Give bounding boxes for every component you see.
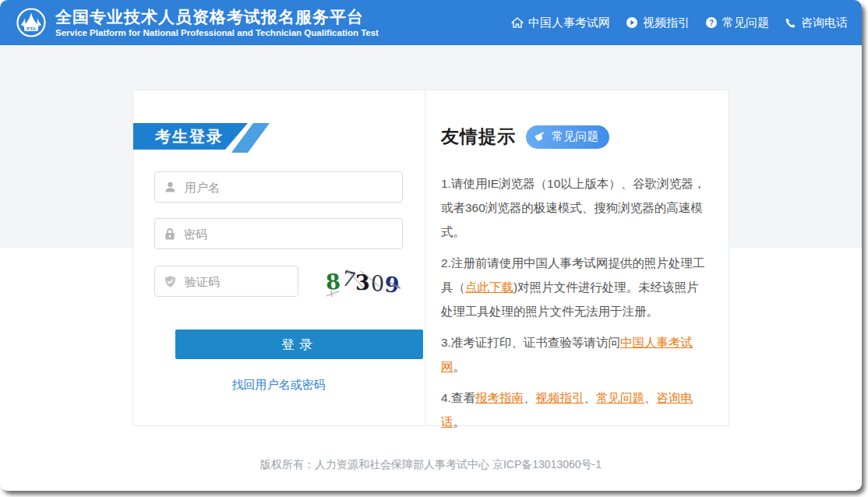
- pointing-hand-icon: ☛: [532, 128, 549, 145]
- shield-check-icon: [164, 275, 177, 288]
- nav-label: 视频指引: [643, 16, 690, 30]
- svg-text:PTA: PTA: [26, 26, 36, 31]
- login-panel: 考生登录: [133, 90, 425, 425]
- tip-text: 、: [584, 391, 596, 404]
- captcha-digit: 0: [371, 272, 385, 296]
- login-card: 考生登录: [132, 90, 729, 426]
- login-button[interactable]: 登录: [175, 330, 423, 359]
- tip-item-2: 2.注册前请使用中国人事考试网提供的照片处理工具（点此下载)对照片文件进行处理。…: [441, 251, 709, 323]
- tip-text: 。: [453, 415, 466, 428]
- phone-icon: [785, 17, 796, 29]
- app-window: PTA 全国专业技术人员资格考试报名服务平台 Service Platform …: [0, 0, 862, 491]
- main-area: 考生登录: [0, 45, 862, 491]
- captcha-digits: 8 7 3 0 9: [326, 270, 400, 294]
- login-panel-title: 考生登录: [155, 123, 224, 150]
- tip-text: 。: [453, 360, 466, 373]
- nav-hotline[interactable]: 咨询电话: [785, 16, 848, 30]
- brand-titles: 全国专业技术人员资格考试报名服务平台 Service Platform for …: [55, 8, 379, 37]
- tip-text: 4.查看: [441, 391, 475, 404]
- video-guide-link[interactable]: 视频指引: [535, 391, 584, 404]
- password-field-box: [154, 218, 403, 249]
- footer-copyright: 版权所有：人力资源和社会保障部人事考试中心 京ICP备13013060号-1: [0, 458, 862, 472]
- tip-text: 1.请使用IE浏览器（10以上版本）、谷歌浏览器，或者360浏览器的极速模式、搜…: [441, 177, 705, 238]
- login-panel-ribbon: 考生登录: [133, 123, 425, 154]
- tip-text: 、: [524, 391, 536, 404]
- home-icon: [511, 16, 524, 29]
- tip-text: 3.准考证打印、证书查验等请访问: [441, 336, 620, 349]
- nav-label: 常见问题: [722, 16, 769, 30]
- play-icon: [626, 16, 638, 29]
- captcha-input[interactable]: [185, 275, 289, 288]
- captcha-digit: 3: [355, 270, 372, 294]
- captcha-row: 8 7 3 0 9: [154, 265, 403, 298]
- nav-cpta-site[interactable]: 中国人事考试网: [511, 16, 610, 30]
- faq-badge-label: 常见问题: [552, 129, 598, 144]
- captcha-digit: 9: [384, 272, 401, 297]
- nav-faq[interactable]: ? 常见问题: [705, 16, 769, 30]
- tips-title: 友情提示: [441, 125, 516, 149]
- captcha-digit: 8: [325, 269, 342, 294]
- password-input[interactable]: [184, 227, 393, 241]
- top-nav: 中国人事考试网 视频指引 ? 常见问题 咨询电话: [511, 16, 848, 30]
- forgot-row: 找回用户名或密码: [154, 378, 403, 393]
- nav-label: 咨询电话: [801, 16, 848, 30]
- svg-text:?: ?: [709, 19, 714, 27]
- username-input[interactable]: [185, 181, 393, 194]
- faq-link[interactable]: 常见问题: [596, 391, 644, 404]
- exam-guide-link[interactable]: 报考指南: [475, 391, 524, 404]
- site-title: 全国专业技术人员资格考试报名服务平台: [55, 8, 379, 26]
- nav-video-guide[interactable]: 视频指引: [626, 16, 690, 30]
- tip-text: 、: [644, 391, 657, 404]
- username-field-box: [154, 171, 403, 203]
- tips-header: 友情提示 ☛ 常见问题: [441, 125, 709, 149]
- tips-panel: 友情提示 ☛ 常见问题 1.请使用IE浏览器（10以上版本）、谷歌浏览器，或者3…: [425, 90, 729, 425]
- faq-badge-button[interactable]: ☛ 常见问题: [526, 125, 609, 149]
- brand: PTA 全国专业技术人员资格考试报名服务平台 Service Platform …: [16, 7, 379, 38]
- nav-label: 中国人事考试网: [528, 16, 610, 30]
- lock-icon: [164, 227, 176, 241]
- user-icon: [164, 181, 177, 194]
- pta-logo-icon: PTA: [16, 7, 47, 38]
- tip-item-4: 4.查看报考指南、视频指引、常见问题、咨询电话。: [441, 386, 709, 434]
- captcha-image[interactable]: 8 7 3 0 9: [323, 265, 403, 298]
- tip-item-3: 3.准考证打印、证书查验等请访问中国人事考试网。: [441, 330, 709, 379]
- forgot-credentials-link[interactable]: 找回用户名或密码: [232, 378, 326, 391]
- login-form: 8 7 3 0 9: [133, 171, 425, 393]
- photo-tool-download-link[interactable]: 点此下载: [465, 280, 513, 294]
- header: PTA 全国专业技术人员资格考试报名服务平台 Service Platform …: [0, 0, 862, 45]
- tip-item-1: 1.请使用IE浏览器（10以上版本）、谷歌浏览器，或者360浏览器的极速模式、搜…: [441, 171, 709, 244]
- site-subtitle: Service Platform for National Profession…: [55, 28, 379, 37]
- question-icon: ?: [705, 16, 718, 29]
- captcha-field-box: [154, 266, 298, 297]
